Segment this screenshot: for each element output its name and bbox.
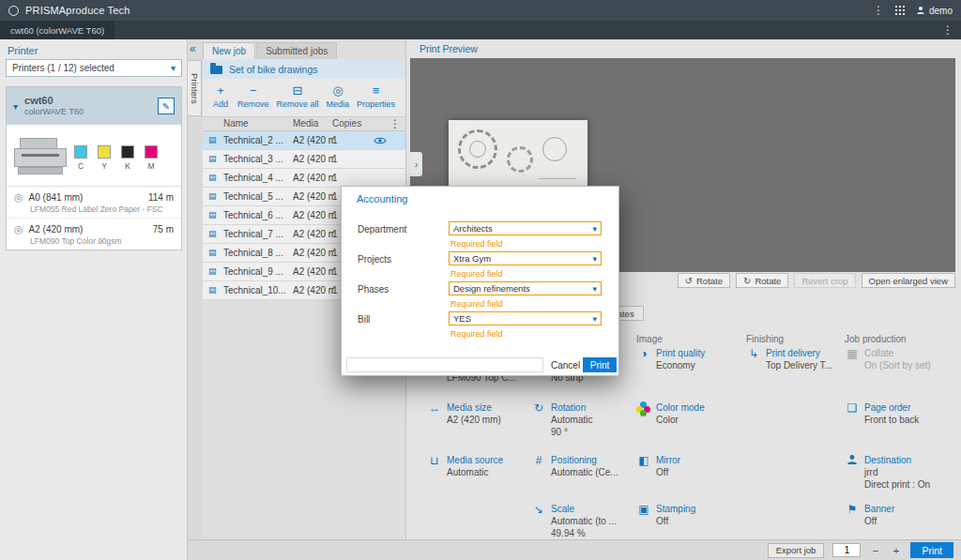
job-copies: 1 <box>332 154 338 164</box>
overflow-menu-icon[interactable]: ⋮ <box>873 5 884 16</box>
setting-tile-destination[interactable]: Destination jrrd Direct print : On <box>845 454 955 503</box>
rotation-icon: ↻ <box>531 401 546 415</box>
copies-decrement-button[interactable]: − <box>869 543 881 557</box>
setting-tile-print-delivery[interactable]: ↳ Print delivery Top Delivery T... <box>746 347 840 401</box>
user-menu[interactable]: demo <box>916 6 953 16</box>
setting-tile-page-order[interactable]: ❏ Page order Front to back <box>845 401 955 454</box>
copies-increment-button[interactable]: + <box>890 543 902 557</box>
media-roll-icon: ◎ <box>332 84 343 98</box>
remove-all-button[interactable]: ⊟ Remove all <box>274 83 322 116</box>
setting-tile-stamping[interactable]: ▣ Stamping Off <box>636 503 741 527</box>
mirror-icon: ◧ <box>636 454 651 467</box>
job-table-header: Name Media Copies ⋮ <box>203 117 405 131</box>
table-menu-icon[interactable]: ⋮ <box>389 118 401 129</box>
setting-tile-media-size[interactable]: ↔ Media size A2 (420 mm) <box>427 401 526 454</box>
column-header-copies[interactable]: Copies <box>332 118 361 129</box>
job-name: Technical_6 ... <box>223 210 291 220</box>
cancel-button[interactable]: Cancel <box>547 358 584 372</box>
document-icon: ▤ <box>208 154 217 163</box>
properties-icon: ≡ <box>373 84 380 98</box>
rotate-left-button[interactable]: ↺ Rotate <box>678 273 730 288</box>
setting-tile-collate[interactable]: ▦ Collate On (Sort by set) <box>845 347 955 401</box>
job-media: A2 (420 m... <box>293 135 334 145</box>
phases-select[interactable]: Design refinements ▾ <box>449 281 602 295</box>
user-icon <box>916 6 925 15</box>
export-job-button[interactable]: Export job <box>768 543 825 558</box>
document-icon: ▤ <box>208 229 217 238</box>
copies-input[interactable] <box>832 543 861 557</box>
phases-label: Phases <box>358 284 389 295</box>
rotate-right-button[interactable]: ↻ Rotate <box>736 273 788 288</box>
projects-select[interactable]: Xtra Gym ▾ <box>449 251 602 265</box>
document-icon: ▤ <box>208 210 217 219</box>
chevron-down-icon[interactable]: ▾ <box>13 101 18 112</box>
job-name: Technical_3 ... <box>223 154 291 164</box>
document-icon: ▤ <box>208 135 217 144</box>
tab-new-job[interactable]: New job <box>203 42 255 59</box>
printer-tab[interactable]: cwt60 (colorWAVE T60) <box>0 21 114 39</box>
media-source-icon: ⊔ <box>427 454 442 467</box>
print-delivery-icon: ↳ <box>746 347 761 360</box>
roll-icon: ◎ <box>14 223 23 235</box>
app-window: PRISMAproduce Tech ⋮ demo cwt60 (colorWA… <box>0 0 961 560</box>
ink-cyan: C <box>74 145 87 171</box>
collapse-panel-icon[interactable]: « <box>190 42 196 55</box>
remove-icon: − <box>250 84 257 98</box>
printers-select[interactable]: Printers (1 / 12) selected ▾ <box>6 59 182 77</box>
edit-printer-button[interactable]: ✎ <box>158 98 175 114</box>
revert-crop-button[interactable]: Revert crop <box>794 273 855 288</box>
setting-tile-scale[interactable]: ↘ Scale Automatic (to ... 49.94 % <box>531 503 633 539</box>
print-button[interactable]: Print <box>910 542 953 558</box>
add-button[interactable]: + Add <box>208 83 233 116</box>
accounting-dialog: Accounting Department Architects ▾ Requi… <box>341 186 619 376</box>
banner-icon: ⚑ <box>845 503 860 516</box>
tab-bar-menu-icon[interactable]: ⋮ <box>942 24 953 36</box>
job-copies: 1 <box>332 285 338 295</box>
settings-column-job-production: ▦ Collate On (Sort by set) ❏ Page order … <box>845 347 955 527</box>
column-header-name[interactable]: Name <box>223 118 249 129</box>
bill-select[interactable]: YES ▾ <box>449 311 602 325</box>
document-icon: ▤ <box>208 173 217 182</box>
print-quality-icon: ◑ <box>636 347 651 360</box>
media-button[interactable]: ◎ Media <box>324 83 353 116</box>
chevron-down-icon: ▾ <box>592 224 597 234</box>
dialog-print-button[interactable]: Print <box>583 357 617 372</box>
document-icon: ▤ <box>208 248 217 257</box>
apps-grid-icon[interactable] <box>895 6 897 8</box>
media-roll-item[interactable]: ◎ A2 (420 mm) 75 m LFM090 Top Color 90gs… <box>7 219 181 250</box>
table-row[interactable]: ▤ Technical_3 ... A2 (420 m... 1 <box>203 150 405 169</box>
stamping-icon: ▣ <box>636 503 651 516</box>
open-enlarged-view-button[interactable]: Open enlarged view <box>862 273 956 288</box>
ink-yellow: Y <box>98 145 111 171</box>
job-copies: 1 <box>332 266 338 277</box>
printer-card[interactable]: ▾ cwt60 colorWAVE T60 ✎ C Y K M <box>6 86 182 250</box>
remove-button[interactable]: − Remove <box>235 83 272 116</box>
media-roll-item[interactable]: ◎ A0 (841 mm) 114 m LFM055 Red Label Zer… <box>7 187 181 219</box>
setting-tile-print-quality[interactable]: ◑ Print quality Economy <box>636 347 741 401</box>
chevron-down-icon: ▾ <box>171 63 175 73</box>
setting-tile-mirror[interactable]: ◧ Mirror Off <box>636 454 741 503</box>
job-copies: 1 <box>332 191 338 202</box>
folder-icon <box>210 66 222 74</box>
setting-tile-rotation[interactable]: ↻ Rotation Automatic 90 ° <box>531 401 633 454</box>
table-row[interactable]: ▤ Technical_2 ... A2 (420 m... 1 <box>203 131 405 150</box>
properties-button[interactable]: ≡ Properties <box>354 83 398 116</box>
print-preview-title: Print Preview <box>419 43 478 54</box>
column-header-media[interactable]: Media <box>293 118 318 129</box>
setting-tile-banner[interactable]: ⚑ Banner Off <box>845 503 955 527</box>
printer-card-header[interactable]: ▾ cwt60 colorWAVE T60 ✎ <box>7 87 181 125</box>
job-media: A2 (420 m... <box>293 285 334 295</box>
department-required-hint: Required field <box>450 239 503 249</box>
department-select[interactable]: Architects ▾ <box>449 221 602 235</box>
printer-panel: Printer Printers (1 / 12) selected ▾ ▾ c… <box>0 39 188 560</box>
color-mode-icon <box>636 401 651 415</box>
setting-tile-media-source[interactable]: ⊔ Media source Automatic <box>427 454 526 503</box>
dialog-remark-field[interactable] <box>346 357 543 372</box>
setting-tile-color-mode[interactable]: Color mode Color <box>636 401 741 454</box>
expand-panel-icon[interactable]: › <box>410 152 422 176</box>
printers-vertical-tab[interactable]: Printers <box>188 60 202 116</box>
setting-tile-positioning[interactable]: # Positioning Automatic (Ce... <box>531 454 633 503</box>
table-row[interactable]: ▤ Technical_4 ... A2 (420 m... 1 <box>203 169 405 188</box>
tab-submitted-jobs[interactable]: Submitted jobs <box>256 42 337 59</box>
eye-icon[interactable] <box>374 136 387 147</box>
